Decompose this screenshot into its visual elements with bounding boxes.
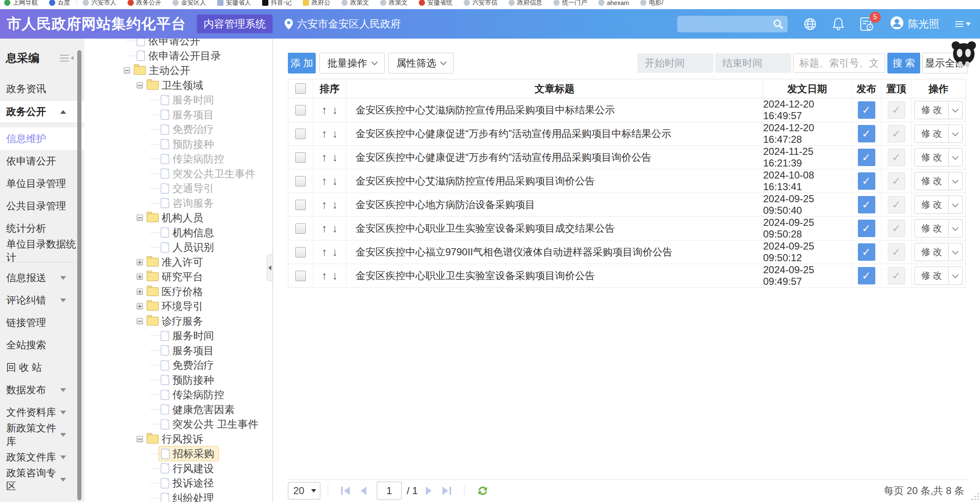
expand-expander-icon[interactable]: [137, 303, 143, 309]
more-actions-caret[interactable]: [949, 243, 963, 261]
tree-node[interactable]: 机构信息: [85, 225, 273, 240]
article-title-link[interactable]: 金安区疾控中心职业卫生实验室设备采购项目成交结果公告: [356, 222, 615, 235]
row-checkbox[interactable]: [295, 247, 306, 257]
row-checkbox[interactable]: [295, 176, 306, 186]
bookmark-item[interactable]: 统一门户: [553, 0, 587, 7]
expand-expander-icon[interactable]: [137, 259, 143, 265]
article-title-link[interactable]: 金安区疾控中心艾滋病防控宣传用品采购项目中标结果公示: [356, 103, 615, 117]
bookmark-item[interactable]: 安徽省人: [217, 0, 251, 7]
more-actions-caret[interactable]: [949, 125, 963, 143]
tree-node[interactable]: 服务项目: [85, 108, 273, 122]
collapse-expander-icon[interactable]: [137, 82, 143, 88]
move-up-icon[interactable]: ↑: [322, 176, 327, 187]
pin-top-toggle[interactable]: ✓: [888, 196, 905, 213]
last-page-button[interactable]: [442, 487, 451, 495]
move-up-icon[interactable]: ↑: [322, 247, 327, 258]
tree-node[interactable]: 纠纷处理: [85, 491, 273, 502]
bookmark-item[interactable]: 政务公开: [128, 0, 161, 7]
move-up-icon[interactable]: ↑: [322, 223, 327, 234]
sidebar-scrollbar[interactable]: [77, 50, 81, 500]
header-search-input[interactable]: [677, 16, 788, 32]
pin-top-toggle[interactable]: ✓: [888, 267, 905, 284]
publish-toggle[interactable]: ✓: [858, 220, 875, 237]
publish-toggle[interactable]: ✓: [858, 149, 875, 166]
bookmark-item[interactable]: 百度: [49, 0, 70, 7]
page-number-input[interactable]: [377, 482, 402, 500]
edit-button[interactable]: 修 改: [914, 125, 948, 143]
user-account[interactable]: 陈光照: [890, 16, 939, 32]
bookmark-item[interactable]: 安徽省统: [419, 0, 452, 7]
sidebar-item-tongjifenxi[interactable]: 统计分析: [0, 217, 84, 240]
show-all-button[interactable]: 显示全部: [922, 53, 968, 73]
publish-toggle[interactable]: ✓: [858, 101, 875, 119]
bookmark-item[interactable]: 电影/: [640, 0, 663, 7]
edit-button[interactable]: 修 改: [914, 148, 948, 167]
tree-node[interactable]: 传染病防控: [85, 152, 273, 167]
publish-toggle[interactable]: ✓: [858, 267, 875, 284]
start-time-input[interactable]: [638, 54, 713, 73]
sidebar-item-gonggongmulu[interactable]: 公共目录管理: [0, 195, 84, 217]
article-title-link[interactable]: 金安区疾控中心健康促进“万步有约”活动宣传用品采购项目中标结果公示: [356, 127, 671, 140]
bookmark-item[interactable]: 抖音-记: [262, 0, 292, 7]
sidebar-item-xinxibaosong[interactable]: 信息报送: [0, 267, 84, 289]
refresh-icon[interactable]: [476, 484, 489, 497]
search-icon[interactable]: [773, 19, 784, 31]
end-time-input[interactable]: [715, 54, 791, 73]
move-down-icon[interactable]: ↓: [332, 128, 338, 140]
tree-node[interactable]: 健康危害因素: [85, 402, 273, 417]
expand-expander-icon[interactable]: [137, 289, 143, 295]
more-actions-caret[interactable]: [949, 172, 963, 190]
tree-node[interactable]: 咨询服务: [85, 196, 273, 211]
move-down-icon[interactable]: ↓: [332, 270, 338, 282]
move-up-icon[interactable]: ↑: [322, 270, 327, 282]
header-search-box[interactable]: [677, 16, 788, 32]
tree-node[interactable]: 突发公共 卫生事件: [85, 417, 273, 432]
sidebar-item-pinglunjiucuo[interactable]: 评论纠错: [0, 289, 84, 311]
row-checkbox[interactable]: [295, 271, 306, 281]
sidebar-item-wenjianziliaoku[interactable]: 文件资料库: [0, 401, 84, 424]
tree-node[interactable]: 突发公共卫生事件: [85, 167, 273, 181]
collapse-expander-icon[interactable]: [137, 318, 143, 324]
next-page-button[interactable]: [426, 487, 432, 495]
edit-button[interactable]: 修 改: [914, 219, 948, 238]
move-down-icon[interactable]: ↓: [332, 199, 338, 211]
more-actions-caret[interactable]: [949, 196, 963, 214]
pin-top-toggle[interactable]: ✓: [888, 101, 905, 119]
tree-node[interactable]: 免费治疗: [85, 122, 273, 137]
globe-icon[interactable]: [803, 17, 817, 31]
sidebar-item-lianjieguanli[interactable]: 链接管理: [0, 311, 84, 334]
bookmark-item[interactable]: 上网导航: [4, 0, 38, 7]
tree-node[interactable]: 免费治疗: [85, 358, 273, 373]
sidebar-item-danweishuju[interactable]: 单位目录数据统计: [0, 240, 84, 262]
bookmark-item[interactable]: 政策文: [341, 0, 369, 7]
publish-toggle[interactable]: ✓: [858, 172, 875, 190]
tree-node[interactable]: 预防接种: [85, 373, 273, 388]
article-title-link[interactable]: 金安区疾控中心职业卫生实验室设备采购项目询价公告: [356, 269, 595, 282]
tree-node-selected[interactable]: 招标采购: [85, 446, 273, 461]
move-up-icon[interactable]: ↑: [322, 199, 327, 211]
tree-node[interactable]: 服务时间: [85, 328, 273, 343]
edit-button[interactable]: 修 改: [914, 101, 948, 119]
add-button[interactable]: 添 加: [288, 53, 316, 73]
publish-toggle[interactable]: ✓: [858, 196, 875, 213]
pin-top-toggle[interactable]: ✓: [888, 243, 905, 261]
batch-operations-dropdown[interactable]: 批量操作: [319, 53, 385, 73]
search-button[interactable]: 搜 索: [887, 53, 920, 73]
bookmark-item[interactable]: ahexam: [598, 0, 629, 7]
row-checkbox[interactable]: [295, 105, 306, 115]
tree-node[interactable]: 行风投诉: [85, 432, 273, 447]
sidebar-item-huishouzhan[interactable]: 回 收 站: [0, 356, 84, 379]
more-actions-caret[interactable]: [949, 148, 963, 167]
tree-node[interactable]: 环境导引: [85, 299, 273, 314]
pin-top-toggle[interactable]: ✓: [888, 149, 905, 166]
tree-node[interactable]: 依申请公开: [85, 39, 273, 49]
collapse-expander-icon[interactable]: [137, 215, 143, 221]
sidebar-item-yishenqinggongkai[interactable]: 依申请公开: [0, 150, 84, 172]
select-all-checkbox[interactable]: [295, 83, 306, 94]
collapse-expander-icon[interactable]: [124, 67, 130, 73]
move-up-icon[interactable]: ↑: [322, 105, 327, 116]
edit-button[interactable]: 修 改: [914, 243, 948, 261]
sidebar-item-zhengwugongkai[interactable]: 政务公开: [0, 100, 84, 123]
move-up-icon[interactable]: ↑: [322, 128, 327, 140]
bookmark-item[interactable]: 政府公: [303, 0, 330, 7]
